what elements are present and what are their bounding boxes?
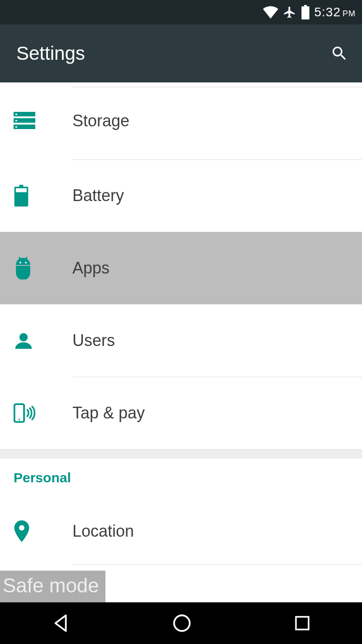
section-header-personal: Personal	[0, 458, 362, 497]
users-icon	[14, 331, 33, 351]
nav-recents-button[interactable]	[293, 614, 312, 633]
apps-icon	[14, 257, 33, 279]
settings-item-users[interactable]: Users	[0, 304, 362, 377]
status-bar: 5:32PM	[0, 0, 362, 24]
tap-pay-icon	[14, 403, 36, 423]
page-title: Settings	[16, 43, 85, 64]
nav-back-button[interactable]	[50, 613, 71, 634]
nav-home-button[interactable]	[171, 613, 192, 634]
settings-item-label: Location	[72, 522, 134, 541]
svg-point-10	[25, 262, 27, 264]
divider	[72, 159, 362, 160]
app-bar: Settings	[0, 24, 362, 82]
settings-item-location[interactable]: Location	[0, 497, 362, 565]
svg-rect-3	[15, 120, 17, 121]
navigation-bar	[0, 602, 362, 644]
back-icon	[50, 613, 71, 634]
safe-mode-badge: Safe mode	[0, 571, 105, 602]
settings-item-battery[interactable]: Battery	[0, 159, 362, 232]
settings-item-label: Apps	[72, 259, 110, 278]
settings-item-label: Users	[72, 331, 115, 350]
svg-point-9	[19, 262, 21, 264]
search-button[interactable]	[329, 43, 349, 63]
search-icon	[330, 44, 348, 62]
recents-icon	[293, 614, 312, 633]
settings-item-label: Battery	[72, 186, 124, 205]
settings-item-tap-pay[interactable]: Tap & pay	[0, 377, 362, 449]
divider	[72, 87, 362, 87]
divider	[72, 377, 362, 377]
storage-icon	[14, 112, 35, 130]
location-icon	[14, 520, 30, 542]
svg-rect-6	[16, 188, 27, 192]
svg-point-11	[19, 333, 28, 341]
settings-item-label: Storage	[72, 111, 129, 130]
status-time: 5:32PM	[314, 5, 356, 19]
svg-rect-16	[296, 617, 309, 630]
section-header-label: Personal	[14, 470, 71, 485]
svg-point-15	[174, 615, 190, 631]
svg-rect-1	[15, 114, 17, 115]
battery-icon	[14, 185, 29, 207]
battery-icon	[301, 5, 310, 19]
section-divider	[0, 449, 362, 458]
divider	[72, 564, 362, 565]
svg-point-13	[19, 419, 20, 421]
settings-list[interactable]: Storage Battery	[0, 82, 362, 602]
settings-item-apps[interactable]: Apps	[0, 232, 362, 304]
wifi-icon	[263, 6, 278, 19]
svg-rect-5	[15, 126, 17, 128]
svg-point-14	[19, 525, 24, 531]
home-icon	[171, 613, 192, 634]
settings-item-label: Tap & pay	[72, 404, 145, 423]
settings-item-storage[interactable]: Storage	[0, 82, 362, 159]
airplane-icon	[283, 5, 296, 19]
